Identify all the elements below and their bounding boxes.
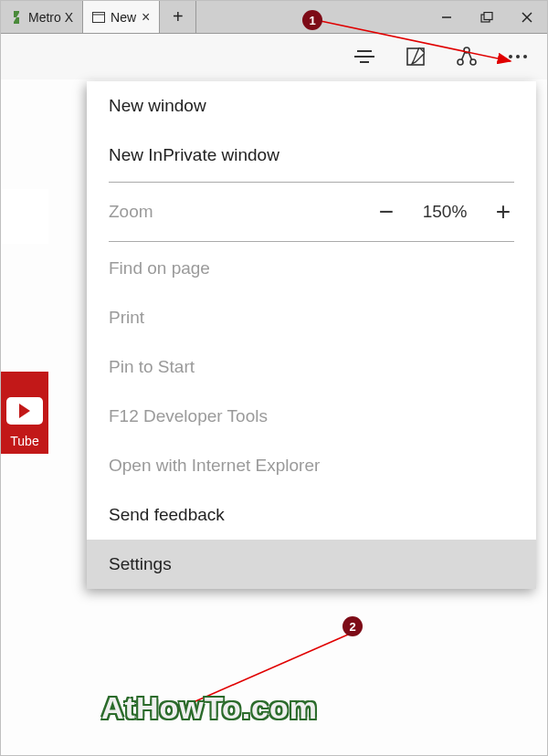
menu-pin-to-start[interactable]: Pin to Start (87, 342, 536, 392)
zoom-label: Zoom (109, 202, 357, 222)
svg-point-13 (470, 59, 476, 65)
svg-line-14 (462, 52, 466, 60)
titlebar: Metro X New × + (1, 1, 547, 34)
deviantart-icon (10, 11, 23, 24)
tab-label: Metro X (28, 10, 73, 25)
annotation-badge-2: 2 (342, 616, 363, 636)
watermark: AtHowTo.com (101, 690, 318, 726)
close-tab-icon[interactable]: × (142, 9, 150, 26)
maximize-button[interactable] (467, 1, 507, 33)
svg-point-12 (458, 59, 463, 65)
zoom-value: 150% (416, 202, 474, 222)
svg-point-16 (509, 55, 512, 58)
reading-list-icon[interactable] (352, 44, 377, 69)
menu-settings[interactable]: Settings (87, 540, 536, 589)
share-icon[interactable] (454, 44, 480, 69)
tile-label: Tube (10, 434, 38, 448)
svg-rect-0 (93, 12, 105, 22)
svg-rect-4 (484, 12, 492, 19)
annotation-badge-1: 1 (302, 10, 322, 30)
menu-feedback[interactable]: Send feedback (87, 490, 536, 540)
menu-separator (109, 182, 514, 183)
svg-line-15 (469, 52, 472, 60)
menu-find[interactable]: Find on page (87, 244, 536, 293)
zoom-out-button[interactable]: − (370, 197, 403, 226)
tab-label: New (111, 10, 136, 25)
notes-icon[interactable] (403, 44, 428, 69)
zoom-in-button[interactable]: + (487, 197, 520, 226)
page-icon (92, 11, 105, 24)
left-tiles: Tube (1, 189, 48, 454)
menu-devtools[interactable]: F12 Developer Tools (87, 392, 536, 441)
toolbar (1, 34, 547, 79)
youtube-icon (6, 397, 43, 425)
new-tab-button[interactable]: + (160, 1, 196, 33)
menu-print[interactable]: Print (87, 293, 536, 342)
tile-blank[interactable] (1, 189, 48, 244)
menu-open-ie[interactable]: Open with Internet Explorer (87, 441, 536, 490)
svg-point-17 (516, 55, 520, 58)
tab-metro[interactable]: Metro X (1, 1, 83, 33)
more-icon[interactable] (505, 44, 531, 69)
tab-new[interactable]: New × (83, 1, 160, 33)
menu-separator (109, 241, 514, 242)
close-window-button[interactable] (507, 1, 547, 33)
menu-new-inprivate[interactable]: New InPrivate window (87, 131, 536, 180)
tile-youtube[interactable]: Tube (1, 372, 48, 454)
svg-point-18 (523, 55, 527, 58)
more-menu: New window New InPrivate window Zoom − 1… (87, 81, 536, 589)
menu-zoom: Zoom − 150% + (87, 184, 536, 239)
menu-new-window[interactable]: New window (87, 81, 536, 131)
minimize-button[interactable] (427, 1, 467, 33)
